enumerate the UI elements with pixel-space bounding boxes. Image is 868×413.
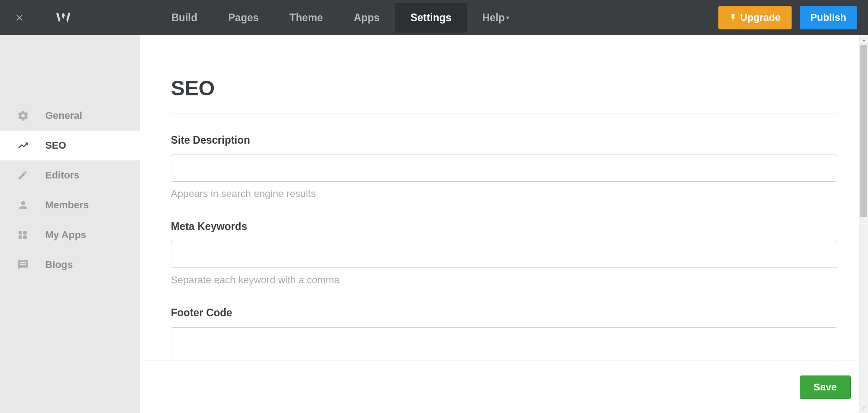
nav-label: Apps <box>354 12 380 24</box>
main: SEO Site Description Appears in search e… <box>140 35 868 413</box>
field-help: Appears in search engine results <box>171 188 837 200</box>
sidebar-item-label: Blogs <box>45 259 73 271</box>
sidebar-item-label: Members <box>45 199 89 211</box>
field-site-description: Site Description Appears in search engin… <box>171 134 837 200</box>
comment-icon <box>17 259 45 271</box>
nav-pages[interactable]: Pages <box>213 3 274 33</box>
sidebar-item-label: General <box>45 110 82 122</box>
nav-label: Help <box>482 12 505 24</box>
trending-icon <box>17 140 45 151</box>
caret-down-icon: ▾ <box>506 14 509 21</box>
sidebar-item-label: My Apps <box>45 229 86 241</box>
sidebar-item-label: SEO <box>45 140 66 151</box>
scroll-up-arrow-icon[interactable] <box>859 35 868 45</box>
upgrade-label: Upgrade <box>740 12 780 23</box>
close-icon <box>14 12 25 23</box>
upgrade-button[interactable]: Upgrade <box>718 6 791 29</box>
sidebar: General SEO Editors Members My Apps Blog… <box>0 35 140 413</box>
page-title: SEO <box>171 76 837 113</box>
save-label: Save <box>814 381 837 393</box>
sidebar-item-blogs[interactable]: Blogs <box>0 250 140 280</box>
lightning-icon <box>729 12 737 23</box>
sidebar-item-general[interactable]: General <box>0 101 140 131</box>
field-footer-code: Footer Code <box>171 307 837 361</box>
svg-rect-1 <box>23 231 27 235</box>
nav-label: Theme <box>289 12 323 24</box>
sidebar-item-editors[interactable]: Editors <box>0 160 140 190</box>
field-label: Footer Code <box>171 307 837 319</box>
publish-button[interactable]: Publish <box>800 6 857 29</box>
field-meta-keywords: Meta Keywords Separate each keyword with… <box>171 221 837 286</box>
sidebar-item-label: Editors <box>45 169 80 181</box>
footer-code-textarea[interactable] <box>171 327 837 361</box>
gear-icon <box>17 110 45 122</box>
topbar-actions: Upgrade Publish <box>718 6 868 29</box>
svg-rect-2 <box>19 235 22 239</box>
field-label: Meta Keywords <box>171 221 837 233</box>
weebly-logo[interactable] <box>38 0 88 35</box>
field-label: Site Description <box>171 134 837 146</box>
sidebar-item-myapps[interactable]: My Apps <box>0 220 140 250</box>
nav-label: Settings <box>410 12 452 24</box>
scrollbar-thumb[interactable] <box>860 45 867 217</box>
layout: General SEO Editors Members My Apps Blog… <box>0 35 868 413</box>
nav-apps[interactable]: Apps <box>338 3 395 33</box>
save-button[interactable]: Save <box>800 375 851 399</box>
site-description-input[interactable] <box>171 155 837 182</box>
topbar: Build Pages Theme Apps Settings Help▾ Up… <box>0 0 868 35</box>
nav-settings[interactable]: Settings <box>395 3 467 33</box>
scroll-down-arrow-icon[interactable] <box>859 403 868 413</box>
nav-build[interactable]: Build <box>156 3 213 33</box>
sidebar-item-seo[interactable]: SEO <box>0 131 140 160</box>
footer-bar: Save <box>140 361 868 413</box>
sidebar-item-members[interactable]: Members <box>0 190 140 220</box>
logo-icon <box>55 11 72 24</box>
field-help: Separate each keyword with a comma <box>171 274 837 286</box>
nav-theme[interactable]: Theme <box>274 3 338 33</box>
topbar-left <box>0 0 88 35</box>
close-button[interactable] <box>0 0 38 35</box>
topnav: Build Pages Theme Apps Settings Help▾ <box>156 0 524 35</box>
main-scroll[interactable]: SEO Site Description Appears in search e… <box>140 35 868 361</box>
svg-rect-3 <box>23 235 27 239</box>
svg-rect-0 <box>19 231 22 235</box>
pencil-icon <box>17 170 45 181</box>
apps-icon <box>17 230 45 240</box>
nav-label: Pages <box>228 12 259 24</box>
publish-label: Publish <box>811 12 846 23</box>
nav-label: Build <box>171 12 198 24</box>
scrollbar[interactable] <box>859 35 868 413</box>
person-icon <box>17 199 45 211</box>
meta-keywords-input[interactable] <box>171 241 837 268</box>
nav-help[interactable]: Help▾ <box>467 3 525 33</box>
